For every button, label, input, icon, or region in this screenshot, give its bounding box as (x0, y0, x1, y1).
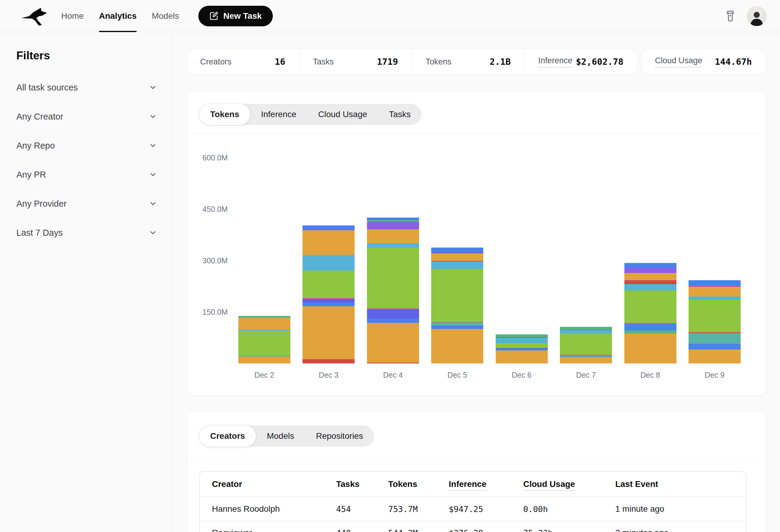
stacked-bar-dec-8[interactable] (624, 263, 676, 363)
bar-segment-teal (431, 323, 483, 326)
bar-segment-blue (689, 344, 741, 349)
col-last-event: Last Event (615, 479, 658, 489)
bar-segment-purple (624, 268, 676, 273)
bar-segment-green (431, 269, 483, 322)
divider (187, 458, 766, 458)
chart-tab-inference[interactable]: Inference (250, 104, 307, 125)
bar-segment-indigo (367, 309, 419, 319)
chart-tab-tokens[interactable]: Tokens (199, 104, 250, 125)
bar-segment-purple (367, 222, 419, 229)
bar-segment-orange (431, 329, 483, 363)
kangaroo-logo-icon[interactable] (17, 4, 54, 28)
bar-segment-green (302, 271, 354, 298)
bar-segment-orange (624, 273, 676, 280)
filter-pr[interactable]: Any PR (16, 169, 157, 181)
bar-segment-green (560, 333, 612, 354)
creators-table: Creator Tasks Tokens Inference Cloud Usa… (199, 471, 746, 532)
filter-task-sources[interactable]: All task sources (16, 82, 157, 94)
bar-segment-orange (367, 229, 419, 243)
bar-segment-orange (302, 230, 354, 255)
x-axis-label: Dec 9 (689, 371, 741, 379)
chevron-down-icon (149, 200, 157, 208)
filter-provider[interactable]: Any Provider (16, 198, 157, 210)
bar-segment-orange (689, 287, 741, 297)
table-row[interactable]: Rooviewer 440 544.3M $376.28 75.23h 3 mi… (200, 521, 746, 532)
bar-segment-seagreen (238, 316, 290, 318)
chevron-down-icon (149, 228, 157, 237)
stacked-bar-dec-4[interactable] (367, 218, 419, 363)
flashlight-icon[interactable] (724, 9, 737, 23)
filters-sidebar: Filters All task sources Any Creator Any… (0, 33, 172, 532)
bar-segment-indigo (302, 299, 354, 303)
cell-tasks: 440 (336, 528, 388, 532)
tab-models[interactable]: Models (256, 425, 305, 447)
x-axis-label: Dec 6 (496, 371, 548, 379)
bar-segment-red (624, 280, 676, 284)
bar-segment-red (302, 359, 354, 363)
bar-segment-orange (496, 351, 548, 363)
nav-right (724, 6, 767, 26)
y-axis-tick: 300.0M (187, 256, 228, 265)
tab-repositories[interactable]: Repositories (305, 425, 374, 447)
bar-segment-cyan (560, 330, 612, 333)
chevron-down-icon (149, 170, 157, 179)
cell-tasks: 454 (336, 504, 388, 514)
y-axis-tick: 600.0M (187, 153, 228, 162)
bar-segment-red (367, 363, 419, 363)
bar-segment-blue (689, 280, 741, 286)
stacked-bar-dec-6[interactable] (496, 334, 548, 363)
tab-creators[interactable]: Creators (199, 425, 256, 447)
bar-segment-cyan (367, 243, 419, 248)
bar-segment-seagreen (560, 327, 612, 330)
stacked-bar-dec-3[interactable] (302, 225, 354, 363)
bar-segment-green (367, 248, 419, 308)
bar-segment-cyan (302, 255, 354, 271)
col-cloud-usage[interactable]: Cloud Usage (523, 479, 575, 489)
breakdown-tabs: Creators Models Repositories (199, 425, 374, 447)
nav-link-analytics[interactable]: Analytics (99, 0, 137, 32)
bar-segment-orange (302, 306, 354, 360)
bar-segment-green (496, 343, 548, 348)
cell-cloud-usage: 0.00h (523, 504, 615, 514)
col-tasks: Tasks (336, 479, 359, 489)
stacked-bar-dec-9[interactable] (689, 280, 741, 363)
chart-card: Tokens Inference Cloud Usage Tasks 150.0… (187, 91, 766, 395)
stat-creators: Creators 16 (187, 49, 299, 74)
bar-segment-teal (689, 333, 741, 344)
bar-segment-cyan (689, 297, 741, 300)
bar-segment-blue (302, 303, 354, 306)
y-axis-tick: 450.0M (187, 205, 228, 214)
bar-segment-green (624, 290, 676, 323)
cell-inference: $947.25 (449, 504, 523, 514)
chart-tab-tasks[interactable]: Tasks (378, 104, 422, 125)
breakdown-card: Creators Models Repositories Creator Tas… (187, 412, 766, 532)
table-row[interactable]: Hannes Roodolph 454 753.7M $947.25 0.00h… (200, 497, 746, 521)
cell-last-event: 3 minutes ago (615, 528, 734, 532)
filter-date-range[interactable]: Last 7 Days (16, 227, 157, 239)
x-axis-label: Dec 5 (431, 371, 483, 379)
cell-cloud-usage: 75.23h (523, 528, 615, 532)
top-nav: Home Analytics Models New Task (0, 0, 780, 32)
chevron-down-icon (149, 141, 157, 150)
x-axis-label: Dec 7 (560, 371, 612, 379)
user-avatar[interactable] (747, 6, 767, 26)
bar-segment-green (689, 300, 741, 332)
stacked-bar-dec-5[interactable] (431, 248, 483, 363)
bar-segment-orange (431, 253, 483, 261)
nav-link-home[interactable]: Home (61, 0, 84, 32)
nav-link-models[interactable]: Models (152, 0, 179, 32)
bar-segment-blue (367, 218, 419, 220)
col-creator: Creator (212, 479, 242, 489)
new-task-button[interactable]: New Task (198, 6, 273, 26)
filter-creator[interactable]: Any Creator (16, 110, 157, 122)
stacked-bar-dec-2[interactable] (238, 316, 290, 363)
bar-segment-cyan (431, 261, 483, 269)
x-axis-label: Dec 4 (367, 371, 419, 379)
filter-repo[interactable]: Any Repo (16, 140, 157, 152)
chart-tab-cloud-usage[interactable]: Cloud Usage (307, 104, 378, 125)
chevron-down-icon (149, 112, 157, 121)
bar-segment-cyan (496, 338, 548, 343)
stacked-bar-dec-7[interactable] (560, 327, 612, 363)
col-inference[interactable]: Inference (449, 479, 487, 489)
bar-segment-blue (431, 326, 483, 329)
